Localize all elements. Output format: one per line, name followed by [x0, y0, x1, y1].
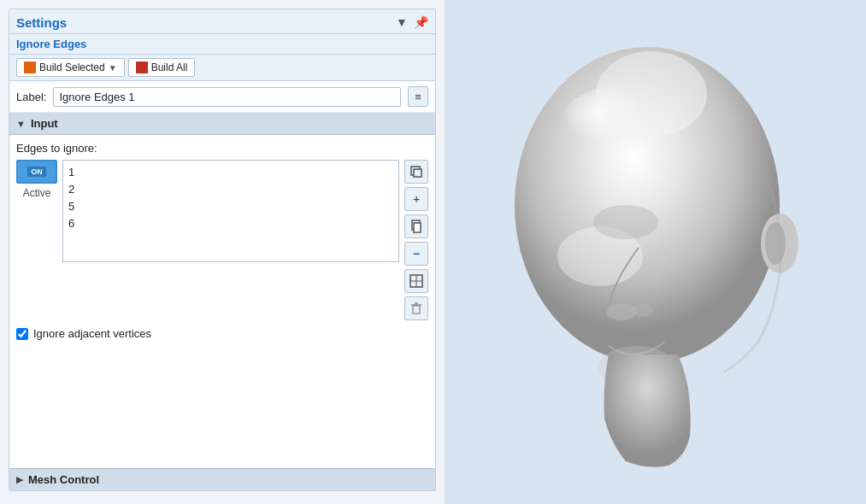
- label-input[interactable]: [53, 87, 401, 107]
- mesh-control-title: Mesh Control: [28, 473, 99, 486]
- side-actions: + −: [404, 160, 428, 320]
- settings-header-icons: ▼ 📌: [394, 15, 428, 30]
- svg-point-15: [633, 303, 653, 317]
- dropdown-icon-button[interactable]: ▼: [394, 15, 409, 30]
- edges-list[interactable]: 1 2 5 6: [62, 160, 399, 262]
- build-all-label: Build All: [151, 62, 188, 73]
- copy-to-button[interactable]: [404, 160, 428, 184]
- svg-point-14: [606, 303, 637, 320]
- input-section-body: Edges to ignore: ON Active 1 2 5 6: [9, 135, 435, 468]
- settings-title: Settings: [16, 15, 67, 30]
- list-item: 2: [68, 181, 393, 198]
- list-item: 5: [68, 198, 393, 215]
- svg-point-18: [765, 222, 786, 265]
- label-menu-button[interactable]: ≡: [408, 86, 428, 107]
- checkbox-row: Ignore adjacent vertices: [16, 320, 428, 343]
- ignore-adjacent-label: Ignore adjacent vertices: [33, 327, 151, 340]
- svg-point-13: [593, 205, 658, 239]
- settings-header: Settings ▼ 📌: [9, 9, 435, 34]
- input-section-title: Input: [31, 117, 58, 130]
- label-row: Label: ≡: [9, 81, 435, 113]
- select-viewport-icon: [409, 274, 423, 288]
- list-item: 1: [68, 164, 393, 181]
- edges-label: Edges to ignore:: [16, 142, 428, 155]
- build-selected-dropdown-arrow: ▼: [109, 63, 117, 73]
- svg-point-19: [596, 51, 707, 137]
- svg-rect-1: [414, 169, 421, 177]
- remove-button[interactable]: −: [404, 242, 428, 266]
- ignore-edges-row: Ignore Edges: [9, 34, 435, 55]
- ignore-adjacent-checkbox[interactable]: [16, 328, 28, 340]
- active-label: Active: [23, 187, 51, 199]
- copy-icon: [409, 220, 423, 233]
- delete-icon: [409, 302, 423, 315]
- pin-icon-button[interactable]: 📌: [413, 15, 428, 30]
- build-all-icon: [136, 62, 148, 73]
- right-panel: [445, 0, 866, 504]
- copy-button[interactable]: [404, 214, 428, 238]
- build-selected-button[interactable]: Build Selected ▼: [16, 58, 125, 77]
- input-section-header[interactable]: ▼ Input: [9, 113, 435, 135]
- mesh-control-header[interactable]: ▶ Mesh Control: [9, 468, 435, 490]
- active-container: ON Active: [16, 160, 57, 199]
- add-button[interactable]: +: [404, 187, 428, 211]
- build-selected-label: Build Selected: [39, 62, 105, 73]
- label-menu-icon: ≡: [415, 91, 421, 103]
- edges-area: ON Active 1 2 5 6: [16, 160, 428, 320]
- copy-to-icon: [409, 165, 423, 179]
- head-3d-view: [476, 26, 835, 478]
- build-selected-icon: [24, 62, 36, 73]
- ignore-edges-title: Ignore Edges: [16, 38, 86, 50]
- list-item: 6: [68, 215, 393, 232]
- svg-rect-7: [413, 306, 420, 314]
- toggle-on-label: ON: [27, 167, 46, 177]
- delete-button[interactable]: [404, 296, 428, 320]
- build-all-button[interactable]: Build All: [128, 58, 196, 77]
- label-field-label: Label:: [16, 91, 46, 103]
- toggle-button[interactable]: ON: [16, 160, 57, 184]
- input-section-arrow: ▼: [16, 119, 26, 129]
- build-toolbar: Build Selected ▼ Build All: [9, 55, 435, 81]
- left-panel: Settings ▼ 📌 Ignore Edges Build Selected…: [0, 0, 445, 504]
- remove-icon: −: [413, 247, 420, 261]
- svg-rect-3: [414, 223, 421, 232]
- mesh-control-arrow: ▶: [16, 474, 23, 485]
- add-icon: +: [413, 192, 420, 206]
- select-in-viewport-button[interactable]: [404, 269, 428, 293]
- settings-box: Settings ▼ 📌 Ignore Edges Build Selected…: [9, 9, 436, 491]
